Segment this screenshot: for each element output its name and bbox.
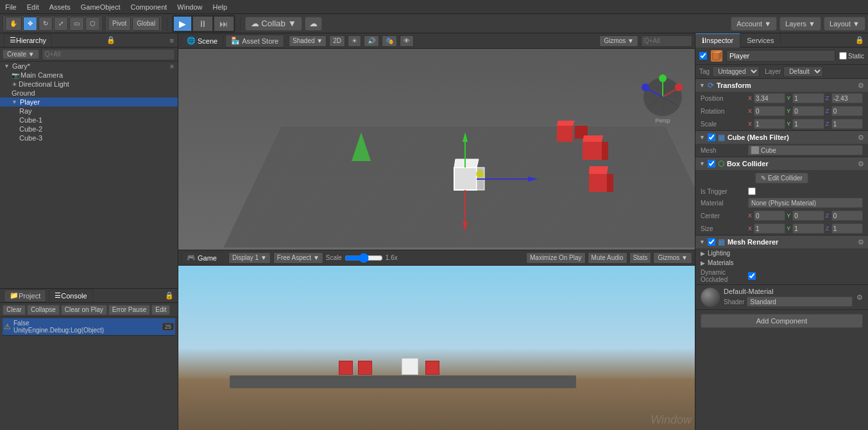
collab-button[interactable]: ☁ Collab ▼ (245, 17, 302, 31)
scene-viewport[interactable]: X Y Z (178, 49, 695, 250)
tag-dropdown[interactable]: Untagged (712, 66, 760, 77)
edit-button[interactable]: Edit (151, 305, 170, 315)
display-dropdown[interactable]: Display 1 ▼ (228, 252, 271, 264)
is-trigger-checkbox[interactable] (748, 187, 756, 195)
cz-input[interactable]: 0 (831, 211, 863, 221)
menu-help[interactable]: Help (207, 3, 232, 11)
mesh-filter-enabled[interactable] (708, 133, 715, 141)
menu-assets[interactable]: Assets (44, 3, 76, 11)
scale-x-input[interactable]: 1 (754, 119, 785, 129)
stats-button[interactable]: Stats (629, 252, 652, 264)
aspect-dropdown[interactable]: Free Aspect ▼ (273, 252, 323, 264)
lighting-row[interactable]: ▶ Lighting (695, 248, 868, 258)
menu-gameobject[interactable]: GameObject (76, 3, 126, 11)
hierarchy-item-player[interactable]: ▼ Player (0, 98, 178, 107)
rot-y-input[interactable]: 0 (792, 106, 824, 116)
error-pause-button[interactable]: Error Pause (108, 305, 150, 315)
audio-button[interactable]: 🔊 (364, 35, 379, 47)
object-name-input[interactable] (726, 50, 835, 62)
step-button[interactable]: ⏭ (214, 16, 234, 31)
clear-on-play-button[interactable]: Clear on Play (61, 305, 107, 315)
move-tool[interactable]: ✥ (23, 17, 37, 31)
inspector-lock-icon[interactable]: 🔒 (851, 36, 868, 44)
scale-slider[interactable] (345, 253, 383, 263)
maximize-button[interactable]: Maximize On Play (526, 252, 586, 264)
rot-z-input[interactable]: 0 (831, 106, 863, 116)
hierarchy-item-directionallight[interactable]: ☀ Directional Light (0, 80, 178, 89)
layers-button[interactable]: Layers ▼ (779, 17, 821, 31)
scene-tab[interactable]: 🌐 Scene (181, 35, 223, 47)
hierarchy-item-ray[interactable]: Ray (0, 107, 178, 116)
services-tab[interactable]: Services (740, 33, 781, 47)
rect-tool[interactable]: ▭ (69, 17, 84, 31)
asset-store-tab[interactable]: 🏪 Asset Store (225, 35, 284, 47)
object-enabled-checkbox[interactable] (699, 52, 707, 60)
materials-row[interactable]: ▶ Materials (695, 258, 868, 268)
console-item[interactable]: ⚠ False UnityEngine.Debug:Log(Object) 25 (3, 318, 175, 336)
gizmos-button[interactable]: Gizmos ▼ (599, 35, 638, 47)
shaded-dropdown[interactable]: Shaded ▼ (289, 35, 327, 47)
console-tab[interactable]: ☰ Console (49, 289, 92, 302)
transform-settings[interactable]: ⚙ (858, 82, 864, 90)
scale-y-input[interactable]: 1 (792, 119, 824, 129)
hand-tool[interactable]: ✋ (5, 17, 22, 31)
box-collider-enabled[interactable] (708, 160, 715, 168)
box-collider-settings[interactable]: ⚙ (858, 160, 864, 168)
pos-z-input[interactable]: -2.43 (831, 93, 863, 103)
dynamic-occluded-checkbox[interactable] (748, 272, 756, 280)
hierarchy-lock-icon[interactable]: 🔒 (106, 36, 115, 44)
cy-input[interactable]: 0 (792, 211, 824, 221)
scene-search[interactable] (641, 35, 692, 47)
global-button[interactable]: Global (132, 17, 160, 31)
lighting-button[interactable]: ☀ (348, 35, 361, 47)
material-value[interactable]: None (Physic Material) (748, 198, 863, 208)
hidden-button[interactable]: 👁 (400, 35, 414, 47)
static-checkbox[interactable] (839, 52, 847, 60)
pos-x-input[interactable]: 3.34 (754, 93, 785, 103)
shader-value[interactable]: Standard (747, 297, 853, 307)
play-button[interactable]: ▶ (173, 16, 192, 31)
cx-input[interactable]: 0 (754, 211, 785, 221)
hierarchy-item-ground[interactable]: Ground (0, 89, 178, 98)
account-button[interactable]: Account ▼ (731, 17, 777, 31)
mesh-filter-settings[interactable]: ⚙ (858, 133, 864, 142)
hierarchy-item-cube2[interactable]: Cube-2 (0, 125, 178, 133)
mesh-renderer-settings[interactable]: ⚙ (858, 238, 864, 246)
box-collider-header[interactable]: ▼ ⬡ Box Collider ⚙ (695, 157, 868, 170)
mesh-filter-header[interactable]: ▼ ▦ Cube (Mesh Filter) ⚙ (695, 131, 868, 144)
hierarchy-item-maincamera[interactable]: 📷 Main Camera (0, 71, 178, 80)
hierarchy-item-cube1[interactable]: Cube-1 (0, 116, 178, 125)
hierarchy-search[interactable] (42, 49, 175, 60)
layout-button[interactable]: Layout ▼ (824, 17, 865, 31)
hierarchy-item-cube3[interactable]: Cube-3 (0, 133, 178, 142)
hierarchy-tab[interactable]: ☰ Hierarchy (4, 34, 52, 47)
game-gizmos-button[interactable]: Gizmos ▼ (653, 252, 692, 264)
collapse-button[interactable]: Collapse (27, 305, 60, 315)
sz-input[interactable]: 1 (831, 223, 863, 234)
inspector-scroll[interactable]: Static Tag Untagged Layer Default (695, 47, 868, 430)
material-settings[interactable]: ⚙ (856, 293, 863, 302)
multi-tool[interactable]: ⬡ (85, 17, 100, 31)
effects-button[interactable]: 🎭 (382, 35, 397, 47)
console-lock-icon[interactable]: 🔒 (165, 291, 174, 300)
menu-edit[interactable]: Edit (22, 3, 44, 11)
mesh-renderer-header[interactable]: ▼ ▦ Mesh Renderer ⚙ (695, 236, 868, 248)
sx-input[interactable]: 1 (754, 223, 785, 234)
edit-collider-button[interactable]: ✎ Edit Collider (755, 173, 808, 184)
2d-button[interactable]: 2D (329, 35, 345, 47)
mesh-renderer-enabled[interactable] (708, 238, 715, 246)
add-component-button[interactable]: Add Component (701, 314, 863, 328)
menu-file[interactable]: File (0, 3, 22, 11)
menu-window[interactable]: Window (172, 3, 207, 11)
cloud-button[interactable]: ☁ (305, 17, 322, 31)
inspector-tab[interactable]: ℹ Inspector (695, 33, 740, 47)
rot-x-input[interactable]: 0 (754, 106, 785, 116)
pause-button[interactable]: ⏸ (192, 16, 213, 31)
sy-input[interactable]: 1 (792, 223, 824, 234)
mesh-value[interactable]: Cube (748, 145, 863, 155)
project-tab[interactable]: 📁 Project (4, 289, 46, 302)
transform-header[interactable]: ▼ ⟳ Transform ⚙ (695, 79, 868, 92)
menu-component[interactable]: Component (125, 3, 172, 11)
game-tab[interactable]: 🎮 Game (181, 252, 223, 264)
create-button[interactable]: Create ▼ (3, 49, 39, 59)
